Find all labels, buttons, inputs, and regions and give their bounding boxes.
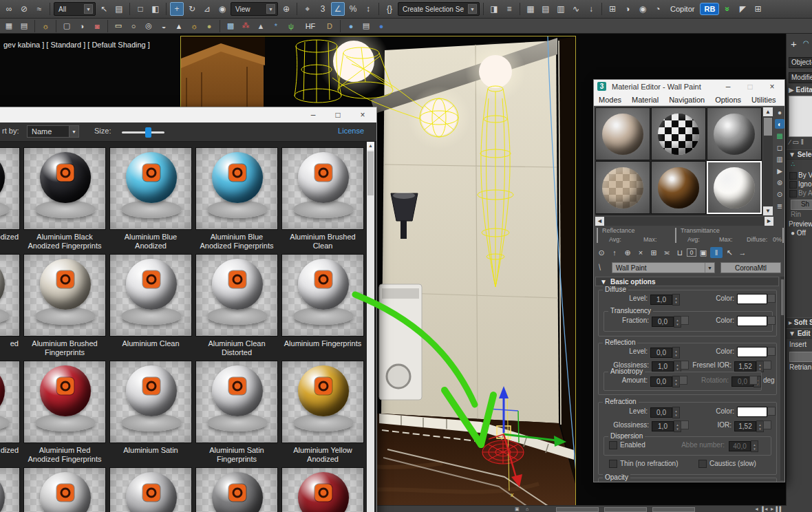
refraction-color-swatch[interactable] — [737, 407, 767, 417]
tower-icon[interactable]: ▲ — [254, 20, 268, 32]
select-object-icon[interactable]: ↖ — [97, 2, 111, 16]
translucency-color-swatch[interactable] — [737, 316, 767, 326]
particles-icon[interactable]: ⁂ — [239, 20, 253, 32]
subobject-vertex-icon[interactable]: ∴ — [791, 160, 812, 168]
scroll-left-icon[interactable]: ◄ — [595, 217, 604, 226]
put-to-scene-icon[interactable]: ↑ — [608, 247, 621, 258]
material-thumbnail[interactable] — [109, 467, 192, 512]
light-lister-icon[interactable]: ☼ — [39, 20, 52, 32]
scroll-right-icon[interactable]: ► — [765, 217, 773, 226]
named-selection-sets-icon[interactable]: {} — [383, 2, 396, 16]
teapot-primitive-icon[interactable]: ◒ — [157, 20, 171, 32]
material-slot[interactable] — [707, 107, 762, 160]
by-vertex-checkbox[interactable] — [789, 172, 797, 180]
sample-type-icon[interactable]: ● — [775, 107, 784, 117]
object-name-field[interactable]: Object46 — [789, 57, 812, 68]
scene-explorer-icon[interactable]: ▤ — [539, 2, 553, 16]
slots-vertical-scrollbar[interactable]: ▲ ▼ — [763, 107, 773, 215]
menu-item[interactable]: Options — [715, 96, 741, 104]
playback-icons[interactable]: ◄ ▐◄ ► ▌▌ — [754, 506, 783, 511]
material-card[interactable]: Aluminium Black Anodized Fingerprints — [23, 147, 106, 254]
library-titlebar[interactable]: – □ × — [0, 107, 376, 123]
material-card[interactable] — [23, 467, 106, 512]
background-icon[interactable]: ▩ — [775, 131, 784, 140]
chevrons-icon[interactable]: » — [720, 2, 734, 16]
show-end-result-icon[interactable]: ‖ — [710, 247, 723, 258]
fresnel-ior-map-button[interactable] — [763, 361, 771, 370]
size-slider-handle[interactable] — [145, 127, 151, 138]
ior-spinner[interactable]: 1,52▴▾ — [734, 420, 764, 432]
material-thumbnail[interactable] — [23, 467, 106, 512]
backlight-icon[interactable]: ◐ — [775, 119, 784, 129]
sphere-primitive-icon[interactable]: ● — [202, 20, 216, 32]
material-thumbnail[interactable] — [195, 147, 278, 230]
render-iterative-icon[interactable]: ◔ — [651, 2, 665, 16]
ior-map-button[interactable] — [763, 420, 771, 429]
refraction-color-map-button[interactable] — [767, 407, 776, 416]
hf-icon[interactable]: HF — [299, 20, 321, 32]
material-name-dropdown[interactable]: Wall Paint ▼ — [612, 262, 715, 273]
refraction-glossiness-map-button[interactable] — [681, 420, 689, 429]
make-unique-icon[interactable]: ≍ — [661, 247, 673, 258]
material-thumbnail[interactable] — [195, 361, 278, 443]
pick-material-icon[interactable]: ∕ — [596, 263, 603, 270]
put-to-library-icon[interactable]: ⊔ — [674, 247, 686, 258]
select-and-scale-icon[interactable]: ⊿ — [200, 2, 214, 16]
material-thumbnail[interactable] — [281, 361, 364, 443]
unlink-selection-icon[interactable]: ⊘ — [17, 2, 31, 16]
material-thumbnail[interactable] — [109, 361, 192, 443]
pattern-icon[interactable]: ▩ — [224, 20, 237, 32]
selection-filter-dropdown[interactable]: All ▼ — [54, 2, 96, 16]
options-icon[interactable]: ⊛ — [775, 178, 784, 187]
stack-tool-icons[interactable]: ∕ ▭ ‖ — [789, 138, 812, 146]
material-thumbnail[interactable] — [281, 467, 364, 512]
exposure-icon[interactable]: ◙ — [90, 20, 104, 32]
size-slider[interactable] — [122, 131, 164, 134]
select-and-place-icon[interactable]: ◉ — [215, 2, 229, 16]
use-pivot-center-icon[interactable]: ⊕ — [279, 2, 293, 16]
tab-icon[interactable]: ◠ — [803, 39, 812, 47]
material-slot[interactable] — [651, 161, 706, 214]
rollout-scrollbar[interactable] — [780, 277, 784, 480]
rotation-map-button[interactable] — [749, 376, 758, 385]
refraction-glossiness-spinner[interactable]: 1,0▴▾ — [652, 420, 681, 432]
abbe-number-spinner[interactable]: 40,0▴▾ — [729, 440, 758, 452]
coin-d-icon[interactable]: D — [323, 20, 336, 32]
make-copy-icon[interactable]: ⊞ — [648, 247, 660, 258]
snap-toggle-icon[interactable]: 3 — [316, 2, 330, 16]
material-card[interactable]: Aluminium Fingerprints — [281, 254, 364, 361]
maximize-icon[interactable]: □ — [327, 107, 349, 122]
rectangular-selection-icon[interactable]: □ — [133, 2, 147, 16]
material-thumbnail[interactable] — [0, 361, 20, 443]
reset-material-icon[interactable]: × — [634, 247, 647, 258]
by-angle-checkbox[interactable] — [789, 190, 797, 198]
menu-item[interactable]: Navigation — [669, 96, 705, 104]
menu-item[interactable]: Material — [632, 96, 659, 104]
absolute-mode-icon[interactable]: ⌂ — [526, 506, 528, 511]
viewport-layout-icon[interactable]: ⊞ — [751, 2, 765, 16]
diffuse-level-spinner[interactable]: 1,0▴▾ — [650, 294, 680, 306]
scrollbar-thumb[interactable] — [764, 118, 772, 136]
go-to-parent-icon[interactable]: ↖ — [723, 247, 736, 258]
material-thumbnail[interactable] — [0, 147, 20, 230]
scrollbar-thumb[interactable] — [367, 151, 374, 195]
rollout-edit-borders[interactable]: ▼ Edit B — [787, 328, 812, 339]
box-primitive-icon[interactable]: ▭ — [111, 20, 125, 32]
get-material-icon[interactable]: ⊙ — [595, 247, 608, 258]
material-card[interactable]: Aluminium Brushed Clean — [281, 147, 364, 254]
rb-button[interactable]: RB — [700, 3, 719, 15]
material-card[interactable] — [0, 467, 20, 512]
mirror-icon[interactable]: ◨ — [487, 2, 501, 16]
selection-lock-icon[interactable]: ▣ — [515, 506, 520, 512]
material-navigator-icon[interactable]: ≣ — [775, 201, 784, 211]
spinner-snap-icon[interactable]: ↕ — [361, 2, 375, 16]
camera-icon[interactable]: ▢ — [60, 20, 74, 32]
diffuse-color-map-button[interactable] — [767, 294, 776, 303]
material-card[interactable]: Aluminium Red Anodized Fingerprints — [23, 361, 106, 467]
slots-horizontal-scrollbar[interactable]: ◄ ► — [595, 217, 773, 226]
layer-manager-icon[interactable]: ▦ — [524, 2, 537, 16]
material-thumbnail[interactable] — [0, 254, 20, 337]
sort-dropdown[interactable]: Name ▼ — [27, 125, 79, 138]
sun-light-icon[interactable]: ☼ — [187, 20, 201, 32]
grid-table-a-icon[interactable]: ▦ — [2, 20, 16, 32]
